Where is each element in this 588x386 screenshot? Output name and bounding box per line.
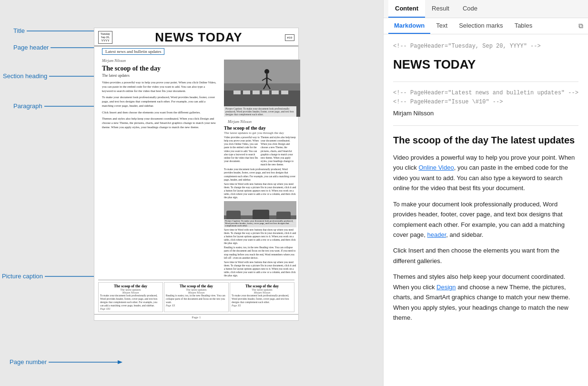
newspaper-image-caption: Picture Caption: To make your document l… [224, 106, 296, 117]
newspaper-bottom-page-1: Page XXI [100, 307, 161, 310]
newspaper-section-sub-2: The latest updates to get you through th… [224, 131, 296, 136]
newspaper-divider [98, 280, 294, 280]
newspaper-section-heading: The scoop of the day [98, 64, 220, 73]
newspaper-section-sub: The latest updates [98, 73, 220, 79]
newspaper-para-4: Themes and styles also help keep your do… [98, 115, 220, 130]
content-comment-2: <!-- PageHeader="Latest news and bulleti… [393, 89, 578, 107]
annotation-page-header-label: Page header [13, 44, 49, 51]
annotation-page-number-label: Page number [10, 358, 47, 366]
svg-rect-16 [243, 91, 250, 94]
annotation-page-number: Page number [10, 358, 122, 366]
content-author: Mirjam Nilsson [393, 109, 578, 119]
newspaper-para-right-6: Save time in Word with new buttons that … [224, 261, 296, 278]
svg-rect-15 [233, 91, 241, 94]
content-comment-1: <!-- PageHeader="Tuesday, Sep 20, YYYY" … [393, 42, 578, 51]
newspaper-page-bar: Page 1 [94, 314, 298, 320]
newspaper-bottom-strip: The scoop of the day The latest updates … [94, 282, 298, 315]
left-panel: Title Page header Section heading Paragr… [0, 0, 383, 386]
svg-rect-29 [226, 211, 241, 220]
content-h1: NEWS TODAY [393, 55, 578, 75]
top-tabs: Content Result Code [384, 0, 588, 18]
svg-rect-20 [281, 91, 288, 94]
newspaper-author-2: Mirjam Nilsson [224, 119, 296, 125]
newspaper-bottom-text-2: Reading is easier, too, in the new Readi… [166, 294, 227, 304]
content-link-online-video[interactable]: Online Video [418, 164, 454, 171]
newspaper-page-number: Page 1 [192, 315, 201, 319]
newspaper-left-col: Mirjam Nilsson The scoop of the day The … [94, 58, 222, 278]
content-area[interactable]: <!-- PageHeader="Tuesday, Sep 20, YYYY" … [384, 34, 588, 386]
newspaper-date: Tuesday Sep 20, YYYY [98, 31, 112, 44]
svg-marker-11 [118, 360, 122, 364]
svg-rect-14 [224, 83, 300, 91]
content-link-header[interactable]: header [427, 231, 446, 238]
newspaper-cars-caption: Picture Caption: To make your document l… [224, 219, 296, 227]
right-panel: Content Result Code Markdown Text Select… [383, 0, 588, 386]
svg-rect-30 [253, 210, 269, 220]
newspaper-para-2: To make your document look professionall… [98, 94, 220, 109]
newspaper-bottom-col-3: The scoop of the day The latest updates … [230, 282, 294, 313]
newspaper-para-1: Video provides a powerful way to help yo… [98, 79, 220, 94]
newspaper-right-col: Picture Caption: To make your document l… [222, 58, 298, 278]
annotation-picture-caption-label: Picture caption [2, 273, 43, 280]
newspaper-image-main: Picture Caption: To make your document l… [224, 60, 296, 117]
copy-icon[interactable]: ⧉ [578, 22, 583, 30]
content-h2: The scoop of the day The latest updates [393, 132, 578, 148]
content-para-2: To make your document look professionall… [393, 199, 578, 240]
content-divider-2 [393, 125, 578, 126]
newspaper-bottom-page-2: Page XX [166, 304, 227, 307]
tab-content[interactable]: Content [388, 0, 425, 18]
newspaper-bottom-heading-3: The scoop of the day [232, 284, 293, 288]
newspaper-preview: Tuesday Sep 20, YYYY NEWS TODAY #10 Late… [94, 28, 299, 321]
newspaper-bottom-page-3: Page XX [232, 304, 293, 307]
newspaper-para-right-4: Save time in Word with new buttons that … [224, 228, 296, 245]
newspaper-bottom-text-3: To make your document look professionall… [232, 294, 293, 304]
newspaper-para-3: Click Insert and then choose the element… [98, 109, 220, 115]
newspaper-body: Mirjam Nilsson The scoop of the day The … [94, 58, 298, 278]
newspaper-col-right: Themes and styles also help keep your do… [261, 136, 296, 166]
newspaper-subtitle: Latest news and bulletin updates [102, 48, 164, 55]
tab-text[interactable]: Text [430, 18, 453, 34]
content-link-design[interactable]: Design [436, 284, 456, 291]
annotation-title-label: Title [13, 27, 25, 34]
svg-rect-17 [253, 91, 260, 94]
tab-tables[interactable]: Tables [509, 18, 538, 34]
tab-result[interactable]: Result [425, 0, 456, 18]
tab-code[interactable]: Code [456, 0, 484, 18]
annotation-section-heading: Section heading [3, 72, 101, 80]
tab-selection-marks[interactable]: Selection marks [453, 18, 508, 34]
svg-rect-18 [262, 91, 269, 94]
tab-markdown[interactable]: Markdown [388, 18, 430, 34]
newspaper-subtitle-wrapper: Latest news and bulletin updates [94, 46, 298, 58]
newspaper-col-left: Video provides a powerful way to help yo… [224, 136, 260, 166]
annotation-paragraph-label: Paragraph [13, 102, 42, 110]
annotation-page-number-line [49, 359, 122, 365]
annotation-picture-caption: Picture caption [2, 273, 107, 280]
newspaper-bottom-heading-1: The scoop of the day [100, 284, 161, 288]
newspaper-para-right-5: Reading is easier, too, in the new Readi… [224, 246, 296, 260]
svg-point-21 [264, 69, 269, 74]
newspaper-bottom-col-1: The scoop of the day The latest updates … [98, 282, 163, 313]
newspaper-para-right-3: Save time in Word with new buttons that … [224, 183, 296, 200]
content-para-4: Themes and styles also help keep your do… [393, 272, 578, 323]
svg-rect-19 [272, 91, 279, 94]
newspaper-title: NEWS TODAY [155, 30, 242, 45]
newspaper-image-small: Picture Caption: To make your document l… [224, 201, 296, 227]
newspaper-section-heading-2: The scoop of the day [224, 125, 296, 131]
newspaper-bottom-col-2: The scoop of the day The latest updates … [164, 282, 229, 313]
newspaper-author: Mirjam Nilsson [98, 58, 220, 64]
content-para-1: Video provides a powerful way to help yo… [393, 152, 578, 193]
newspaper-bottom-heading-2: The scoop of the day [166, 284, 227, 288]
content-para-3: Click Insert and then choose the element… [393, 245, 578, 266]
newspaper-bottom-text-1: To make your document look professionall… [100, 294, 161, 308]
newspaper-two-col-section: Video provides a powerful way to help yo… [224, 136, 296, 166]
newspaper-issue: #10 [285, 34, 295, 41]
newspaper-para-right-2: To make your document look professionall… [224, 168, 296, 182]
second-tabs: Markdown Text Selection marks Tables ⧉ [384, 18, 588, 34]
annotation-section-heading-label: Section heading [3, 72, 47, 80]
content-divider-1 [393, 81, 578, 82]
newspaper-header: Tuesday Sep 20, YYYY NEWS TODAY #10 [94, 28, 298, 46]
